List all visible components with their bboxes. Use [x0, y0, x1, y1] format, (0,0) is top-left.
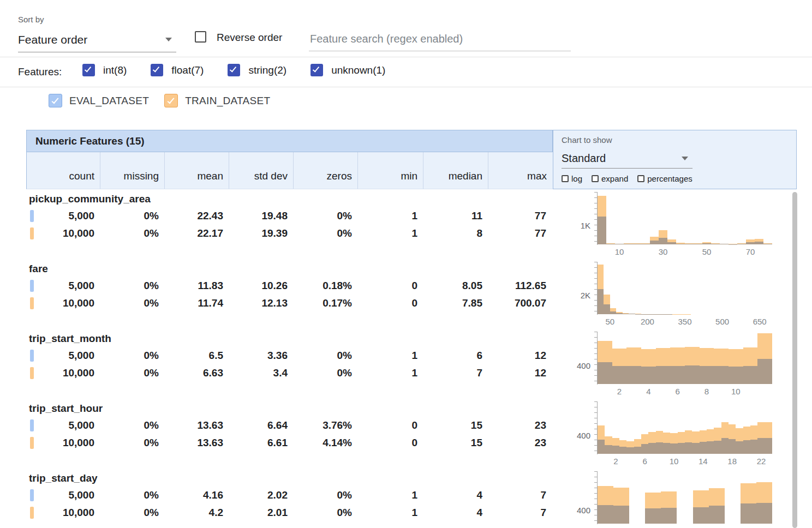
sort-by-dropdown[interactable]: Feature order: [18, 27, 176, 52]
stat-value: 0.17%: [293, 295, 357, 311]
x-axis-tick-label: 18: [727, 457, 737, 466]
stat-row-train_dataset: 10,0000%13.636.614.14%01523: [26, 435, 553, 451]
stat-value: 0: [357, 435, 423, 451]
stat-value: 2.01: [229, 505, 293, 521]
eval-bar: [626, 447, 634, 454]
checkbox-unchecked-icon[interactable]: [592, 175, 599, 182]
stat-value: 0%: [100, 365, 164, 381]
histogram-fare: 2K50200350500650: [572, 262, 785, 331]
x-axis-tick-label: 10: [670, 457, 679, 466]
stat-row-train_dataset: 10,0000%11.7412.130.17%07.85700.07: [26, 295, 553, 311]
stat-row-eval_dataset: 5,0000%11.8310.260.18%08.05112.65: [26, 278, 553, 294]
eval-bar: [661, 508, 677, 524]
x-axis-labels: 2610141822: [572, 457, 785, 467]
x-axis-tick-label: 6: [642, 457, 647, 466]
eval-bar: [663, 443, 670, 454]
checkbox-checked-icon[interactable]: [49, 94, 62, 107]
stat-value: 22.43: [164, 208, 229, 224]
checkbox-checked-icon[interactable]: [311, 64, 323, 76]
feature-type-filters: int(8)float(7)string(2)unknown(1): [82, 64, 385, 76]
eval-bar: [641, 244, 650, 244]
eval-bar: [743, 440, 750, 454]
y-axis-tick-label: 400: [572, 506, 590, 515]
stat-row-eval_dataset: 5,0000%4.162.020%147: [26, 487, 553, 503]
stat-value: 5,000: [26, 487, 100, 503]
sort-by-value: Feature order: [18, 33, 87, 46]
stat-value: 13.63: [164, 417, 229, 434]
checkbox-checked-icon[interactable]: [228, 64, 240, 76]
reverse-order-checkbox[interactable]: [195, 31, 206, 43]
checkbox-checked-icon[interactable]: [151, 64, 163, 76]
checkbox-checked-icon[interactable]: [82, 64, 95, 76]
stat-value: 0.18%: [293, 278, 357, 294]
stat-value: 10,000: [26, 435, 100, 451]
stat-value: 6: [423, 347, 488, 364]
stat-row-eval_dataset: 5,0000%13.636.643.76%01523: [26, 417, 553, 434]
x-axis-labels: 246810: [572, 387, 785, 398]
divider: [0, 87, 812, 87]
eval-bar: [616, 313, 622, 314]
chart-type-dropdown[interactable]: Standard: [562, 149, 692, 169]
stat-value: 1: [357, 487, 423, 503]
feature-search-input[interactable]: [309, 27, 571, 51]
eval-bar: [709, 506, 725, 524]
eval-bar: [670, 366, 685, 384]
x-axis-tick-label: 50: [606, 317, 615, 326]
divider: [0, 57, 812, 57]
filter-item-float[interactable]: float(7): [151, 64, 204, 76]
chart-option-log[interactable]: log: [562, 174, 582, 183]
eval-bar: [711, 244, 720, 244]
dataset-toggle-train_dataset[interactable]: TRAIN_DATASET: [164, 94, 270, 107]
chart-to-show-label: Chart to show: [562, 135, 612, 145]
stat-value: 0%: [293, 487, 357, 503]
eval-bar: [755, 242, 763, 244]
stat-value: 19.39: [229, 225, 293, 242]
filter-item-string[interactable]: string(2): [228, 64, 286, 76]
features-filter-label: Features:: [18, 66, 62, 78]
filter-item-unknown[interactable]: unknown(1): [311, 64, 385, 76]
vertical-scrollbar-thumb[interactable]: [792, 192, 797, 528]
eval-bar: [736, 441, 743, 454]
stat-value: 0%: [100, 347, 164, 364]
feature-name: trip_start_day: [29, 472, 98, 484]
stat-value: 7: [423, 365, 488, 381]
stat-value: 15: [423, 417, 488, 434]
feature-block-trip_start_day: trip_start_day5,0000%4.162.020%14710,000…: [26, 469, 553, 528]
chart-option-expand[interactable]: expand: [592, 174, 628, 183]
eval-bar: [763, 244, 772, 244]
checkbox-unchecked-icon[interactable]: [637, 175, 644, 182]
stat-value: 0: [357, 417, 423, 434]
eval-bar: [650, 241, 659, 244]
chart-options: logexpandpercentages: [562, 174, 692, 183]
charts-area: 1K103050702K5020035050065040024681040026…: [572, 192, 785, 528]
dataset-color-swatch: [30, 227, 34, 239]
stat-value: 23: [488, 435, 552, 451]
stat-value: 7: [488, 505, 552, 521]
stat-value: 0%: [100, 435, 164, 451]
x-axis-tick-label: 500: [715, 317, 729, 326]
check-icon: [85, 65, 91, 72]
stat-value: 0%: [100, 505, 164, 521]
stat-value: 12: [488, 365, 552, 381]
histogram-plot: [598, 471, 772, 524]
stat-value: 0: [357, 278, 423, 294]
checkbox-unchecked-icon[interactable]: [562, 175, 569, 182]
stat-value: 6.61: [229, 435, 293, 451]
facets-overview-page: Sort by Feature order Reverse order Feat…: [0, 0, 812, 528]
histogram-pickup_community_area: 1K10305070: [572, 192, 785, 261]
filter-item-int[interactable]: int(8): [82, 64, 127, 76]
histogram-plot: [598, 262, 772, 314]
eval-bar: [693, 507, 709, 524]
stat-value: 6.5: [164, 347, 229, 364]
dataset-toggle-eval_dataset[interactable]: EVAL_DATASET: [49, 94, 149, 107]
x-axis-tick-label: 50: [702, 247, 712, 256]
stat-value: 0%: [293, 365, 357, 381]
checkbox-checked-icon[interactable]: [164, 94, 178, 107]
chart-option-percentages[interactable]: percentages: [637, 174, 692, 183]
x-axis-tick-label: 2: [617, 387, 622, 396]
stat-value: 8: [423, 225, 488, 242]
column-header-zeros: zeros: [294, 152, 358, 189]
x-axis-tick-label: 10: [615, 247, 624, 256]
stat-value: 7.85: [423, 295, 488, 311]
stat-row-eval_dataset: 5,0000%6.53.360%1612: [26, 347, 553, 364]
